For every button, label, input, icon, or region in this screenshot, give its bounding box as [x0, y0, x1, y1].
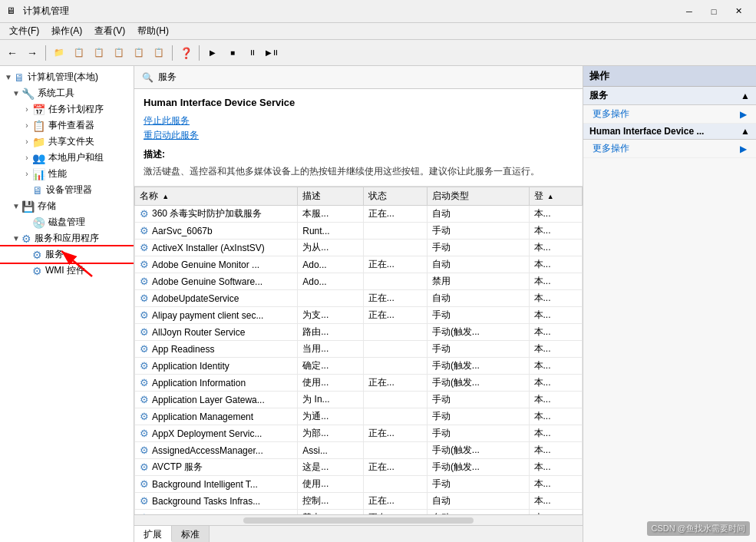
tree-wmi[interactable]: ⚙ WMI 控件	[0, 263, 134, 279]
close-button[interactable]: ✕	[727, 4, 750, 19]
system-tools-label: 系统工具	[38, 87, 74, 100]
col-startup[interactable]: 启动类型	[427, 187, 529, 206]
shared-label: 共享文件夹	[48, 135, 94, 148]
cell-status	[363, 324, 427, 341]
horizontal-scrollbar[interactable]	[134, 514, 583, 525]
col-desc[interactable]: 描述	[298, 187, 364, 206]
cell-status	[363, 476, 427, 493]
tree-system-tools[interactable]: ▼ 🔧 系统工具	[0, 85, 134, 101]
table-row[interactable]: ⚙Background Intelligent T...使用...手动本...	[135, 476, 583, 493]
cell-logon: 本...	[529, 493, 582, 510]
tree-event-viewer[interactable]: › 📋 事件查看器	[0, 117, 134, 134]
wmi-icon: ⚙	[32, 265, 42, 277]
table-row[interactable]: ⚙ActiveX Installer (AxInstSV)为从...手动本...	[135, 240, 583, 256]
tree-performance[interactable]: › 📊 性能	[0, 166, 134, 182]
table-row[interactable]: ⚙Adobe Genuine Software...Ado...禁用本...	[135, 273, 583, 290]
tree-disk-management[interactable]: 💿 磁盘管理	[0, 214, 134, 230]
forward-button[interactable]: →	[23, 44, 41, 62]
pause-button[interactable]: ⏸	[243, 44, 262, 62]
event-icon: 📋	[32, 120, 45, 132]
tree-local-users[interactable]: › 👥 本地用户和组	[0, 150, 134, 166]
cell-startup: 自动	[427, 493, 529, 510]
minimize-button[interactable]: ─	[678, 4, 701, 19]
table-row[interactable]: ⚙Application Identity确定...手动(触发...本...	[135, 358, 583, 375]
cell-startup: 手动(触发...	[427, 442, 529, 459]
tree-services-apps[interactable]: ▼ ⚙ 服务和应用程序	[0, 230, 134, 246]
table-row[interactable]: ⚙Alipay payment client sec...为支...正在...手…	[135, 307, 583, 324]
section-hid-collapse-icon: ▲	[741, 126, 750, 137]
tree-device-manager[interactable]: 🖥 设备管理器	[0, 182, 134, 198]
storage-icon: 💾	[21, 200, 35, 213]
cell-status	[363, 273, 427, 290]
col-status[interactable]: 状态	[363, 187, 427, 206]
tree-root[interactable]: ▼ 🖥 计算机管理(本地)	[0, 69, 134, 85]
bottom-tabs: 扩展 标准	[134, 525, 583, 542]
col-name[interactable]: 名称 ▲	[135, 187, 298, 206]
toolbar-btn-6[interactable]: 📋	[150, 44, 168, 62]
stop-button[interactable]: ■	[223, 44, 242, 62]
action-section-services[interactable]: 服务 ▲	[583, 87, 756, 105]
cell-startup: 手动	[427, 307, 529, 324]
action-more-ops-2[interactable]: 更多操作 ▶	[583, 140, 756, 158]
tree-storage[interactable]: ▼ 💾 存储	[0, 198, 134, 214]
table-row[interactable]: ⚙360 杀毒实时防护加载服务本服...正在...自动本...	[135, 206, 583, 223]
table-row[interactable]: ⚙Adobe Genuine Monitor ...Ado...正在...自动本…	[135, 256, 583, 273]
tab-standard[interactable]: 标准	[172, 526, 210, 542]
table-row[interactable]: ⚙App Readiness当用...手动本...	[135, 341, 583, 358]
help-button[interactable]: ❓	[177, 44, 195, 62]
cell-desc: Ado...	[298, 273, 364, 290]
sa-icon: ⚙	[21, 233, 31, 245]
table-row[interactable]: ⚙Application Management为通...手动本...	[135, 408, 583, 425]
toolbar-btn-1[interactable]: 📁	[50, 44, 68, 62]
table-row[interactable]: ⚙AdobeUpdateService正在...自动本...	[135, 290, 583, 307]
menu-view[interactable]: 查看(V)	[88, 23, 131, 39]
task-label: 任务计划程序	[48, 103, 104, 116]
table-row[interactable]: ⚙AVCTP 服务这是...正在...手动(触发...本...	[135, 459, 583, 476]
toolbar-btn-5[interactable]: 📋	[130, 44, 148, 62]
toolbar-btn-4[interactable]: 📋	[110, 44, 128, 62]
device-label: 设备管理器	[46, 183, 92, 197]
cell-status	[363, 240, 427, 256]
storage-expand-icon: ▼	[11, 202, 21, 210]
tree-task-scheduler[interactable]: › 📅 任务计划程序	[0, 101, 134, 117]
maximize-button[interactable]: □	[702, 4, 725, 19]
col-logon[interactable]: 登 ▲	[529, 187, 582, 206]
menu-file[interactable]: 文件(F)	[3, 23, 45, 39]
play-button[interactable]: ▶	[203, 44, 222, 62]
action-more-ops-1[interactable]: 更多操作 ▶	[583, 105, 756, 124]
cell-startup: 手动	[427, 425, 529, 442]
cell-desc: Runt...	[298, 223, 364, 240]
service-row-icon: ⚙	[140, 225, 149, 236]
cell-logon: 本...	[529, 425, 582, 442]
cell-status: 正在...	[363, 206, 427, 223]
table-row[interactable]: ⚙AppX Deployment Servic...为部...正在...手动本.…	[135, 425, 583, 442]
window-controls: ─ □ ✕	[678, 4, 750, 19]
table-row[interactable]: ⚙Background Tasks Infras...控制...正在...自动本…	[135, 493, 583, 510]
cell-status	[363, 408, 427, 425]
cell-status	[363, 358, 427, 375]
services-header: 🔍 服务	[134, 66, 583, 89]
back-button[interactable]: ←	[3, 44, 21, 62]
toolbar-btn-3[interactable]: 📋	[90, 44, 108, 62]
tree-services[interactable]: ⚙ 服务	[0, 246, 134, 263]
service-row-icon: ⚙	[140, 343, 149, 355]
table-row[interactable]: ⚙AssignedAccessManager...Assi...手动(触发...…	[135, 442, 583, 459]
table-row[interactable]: ⚙Application Layer Gatewa...为 In...手动本..…	[135, 392, 583, 408]
action-section-hid[interactable]: Human Interface Device ... ▲	[583, 124, 756, 140]
stop-service-link[interactable]: 停止此服务	[144, 114, 573, 127]
menu-action[interactable]: 操作(A)	[45, 23, 88, 39]
play-pause-button[interactable]: ▶⏸	[263, 44, 282, 62]
table-row[interactable]: ⚙AllJoyn Router Service路由...手动(触发...本...	[135, 324, 583, 341]
cell-logon: 本...	[529, 408, 582, 425]
cell-name: ⚙Adobe Genuine Monitor ...	[135, 256, 298, 273]
cell-status	[363, 442, 427, 459]
cell-startup: 手动(触发...	[427, 324, 529, 341]
tab-expand[interactable]: 扩展	[134, 526, 172, 542]
tree-shared-folders[interactable]: › 📁 共享文件夹	[0, 134, 134, 150]
restart-service-link[interactable]: 重启动此服务	[144, 129, 573, 142]
cell-desc: 本服...	[298, 206, 364, 223]
table-row[interactable]: ⚙AarSvc_6067bRunt...手动本...	[135, 223, 583, 240]
table-row[interactable]: ⚙Application Information使用...正在...手动(触发.…	[135, 375, 583, 392]
menu-help[interactable]: 帮助(H)	[131, 23, 175, 39]
toolbar-btn-2[interactable]: 📋	[70, 44, 88, 62]
